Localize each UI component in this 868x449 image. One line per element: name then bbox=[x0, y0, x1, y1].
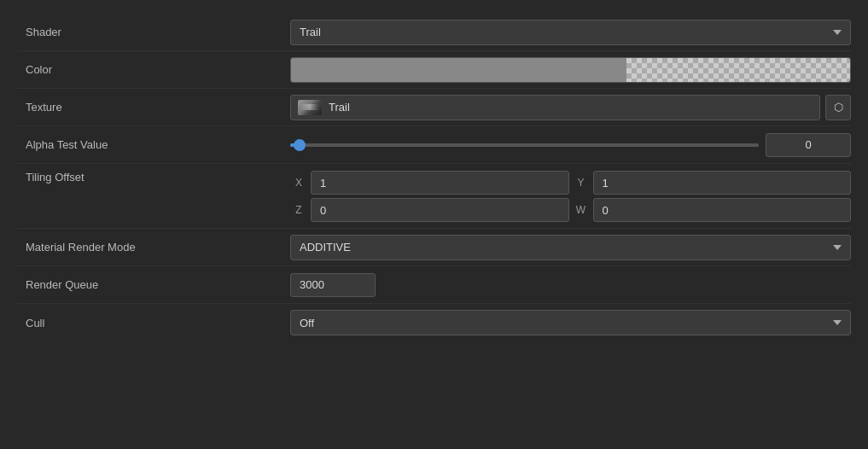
z-axis-label: Z bbox=[290, 204, 307, 216]
tiling-xy-line: X 1 Y 1 bbox=[290, 171, 851, 195]
cull-arrow-icon bbox=[833, 320, 842, 325]
cull-label: Cull bbox=[17, 317, 290, 329]
color-alpha-half bbox=[626, 58, 850, 82]
cull-row: Cull Off bbox=[17, 304, 851, 341]
render-queue-control: 3000 bbox=[290, 273, 851, 297]
render-queue-label: Render Queue bbox=[17, 278, 290, 291]
render-queue-input[interactable]: 3000 bbox=[290, 273, 376, 297]
shader-control: Trail bbox=[290, 20, 851, 45]
texture-name: Trail bbox=[329, 101, 350, 114]
color-control bbox=[290, 57, 851, 83]
y-input[interactable]: 1 bbox=[593, 171, 852, 195]
shader-label: Shader bbox=[17, 26, 290, 38]
alpha-test-row: Alpha Test Value 0 bbox=[17, 126, 851, 164]
alpha-test-slider[interactable] bbox=[290, 143, 759, 147]
tiling-inputs: X 1 Y 1 Z 0 W 0 bbox=[290, 171, 851, 222]
alpha-test-label: Alpha Test Value bbox=[17, 138, 290, 151]
material-render-mode-arrow-icon bbox=[833, 245, 842, 250]
alpha-test-thumb[interactable] bbox=[294, 139, 306, 151]
texture-row: Texture Trail ⬡ bbox=[17, 89, 851, 126]
material-render-mode-control: ADDITIVE bbox=[290, 235, 851, 260]
texture-label: Texture bbox=[17, 101, 290, 114]
color-picker[interactable] bbox=[290, 57, 851, 83]
w-input[interactable]: 0 bbox=[593, 198, 852, 222]
texture-selector[interactable]: Trail bbox=[290, 95, 820, 120]
alpha-test-value[interactable]: 0 bbox=[766, 133, 851, 157]
cull-dropdown[interactable]: Off bbox=[290, 310, 851, 335]
texture-browse-button[interactable]: ⬡ bbox=[825, 95, 851, 120]
material-render-mode-value: ADDITIVE bbox=[300, 241, 351, 254]
x-input[interactable]: 1 bbox=[311, 171, 569, 195]
material-render-mode-label: Material Render Mode bbox=[17, 241, 290, 254]
render-queue-row: Render Queue 3000 bbox=[17, 266, 851, 304]
color-row: Color bbox=[17, 51, 851, 89]
shader-dropdown[interactable]: Trail bbox=[290, 20, 851, 45]
color-label: Color bbox=[17, 63, 290, 76]
texture-control: Trail ⬡ bbox=[290, 95, 851, 120]
y-axis-label: Y bbox=[573, 177, 590, 189]
tiling-offset-control: X 1 Y 1 Z 0 W 0 bbox=[290, 171, 851, 222]
x-axis-label: X bbox=[290, 177, 307, 189]
texture-browse-icon: ⬡ bbox=[834, 101, 843, 114]
material-render-mode-row: Material Render Mode ADDITIVE bbox=[17, 229, 851, 266]
shader-value: Trail bbox=[300, 26, 321, 38]
color-solid-half bbox=[291, 58, 626, 82]
tiling-offset-label: Tiling Offset bbox=[17, 171, 290, 184]
texture-thumbnail bbox=[298, 100, 322, 115]
shader-row: Shader Trail bbox=[17, 14, 851, 51]
render-queue-value: 3000 bbox=[300, 278, 324, 291]
cull-value: Off bbox=[300, 317, 314, 329]
material-render-mode-dropdown[interactable]: ADDITIVE bbox=[290, 235, 851, 260]
alpha-test-control: 0 bbox=[290, 133, 851, 157]
z-input[interactable]: 0 bbox=[311, 198, 569, 222]
tiling-offset-row: Tiling Offset X 1 Y 1 Z 0 bbox=[17, 164, 851, 229]
cull-control: Off bbox=[290, 310, 851, 335]
w-axis-label: W bbox=[573, 204, 590, 216]
shader-dropdown-arrow-icon bbox=[833, 30, 842, 35]
tiling-zw-line: Z 0 W 0 bbox=[290, 198, 851, 222]
properties-panel: Shader Trail Color Texture Trail ⬡ bbox=[0, 0, 868, 355]
